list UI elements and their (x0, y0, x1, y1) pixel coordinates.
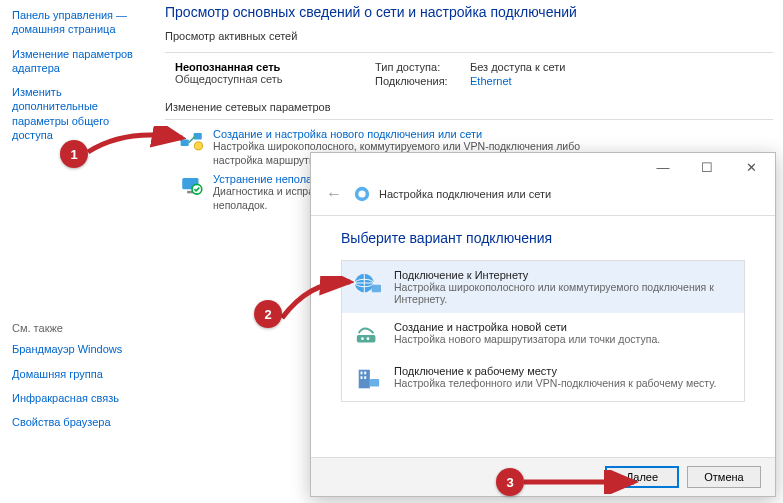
network-type: Общедоступная сеть (175, 73, 375, 85)
option-title: Подключение к рабочему месту (394, 365, 716, 377)
option-internet[interactable]: Подключение к Интернету Настройка широко… (342, 261, 744, 313)
option-list: Подключение к Интернету Настройка широко… (341, 260, 745, 402)
next-button[interactable]: Далее (605, 466, 679, 488)
seealso-browser[interactable]: Свойства браузера (12, 415, 147, 429)
see-also-header: См. также (12, 322, 147, 334)
access-label: Тип доступа: (375, 61, 470, 73)
close-button[interactable]: ✕ (729, 156, 773, 178)
connections-label: Подключения: (375, 75, 470, 87)
option-desc: Настройка нового маршрутизатора или точк… (394, 333, 660, 345)
callout-badge-1: 1 (60, 140, 88, 168)
callout-badge-3: 3 (496, 468, 524, 496)
svg-rect-16 (364, 372, 366, 375)
wizard-icon (353, 185, 371, 203)
access-value: Без доступа к сети (470, 61, 565, 73)
svg-rect-0 (181, 139, 189, 146)
svg-point-13 (367, 337, 370, 340)
svg-rect-10 (372, 285, 381, 292)
option-desc: Настройка широкополосного или коммутируе… (394, 281, 734, 305)
option-desc: Настройка телефонного или VPN-подключени… (394, 377, 716, 389)
page-title: Просмотр основных сведений о сети и наст… (165, 4, 773, 20)
dialog-heading: Выберите вариант подключения (341, 230, 745, 246)
svg-rect-11 (357, 335, 376, 342)
task-desc: Диагностика и испра неполадок. (213, 185, 319, 212)
connections-value[interactable]: Ethernet (470, 75, 512, 87)
callout-badge-2: 2 (254, 300, 282, 328)
building-icon (352, 365, 384, 393)
connection-wizard-dialog: — ☐ ✕ ← Настройка подключения или сети В… (310, 152, 776, 497)
arrow-left-icon: ← (326, 185, 342, 203)
wizard-title: Настройка подключения или сети (379, 188, 551, 200)
sidebar: Панель управления — домашняя страница Из… (0, 0, 155, 503)
svg-point-12 (361, 337, 364, 340)
network-block: Неопознанная сеть Общедоступная сеть Тип… (175, 61, 773, 87)
option-title: Создание и настройка новой сети (394, 321, 660, 333)
network-setup-icon (179, 128, 205, 154)
option-title: Подключение к Интернету (394, 269, 734, 281)
sidebar-link-sharing[interactable]: Изменить дополнительные параметры общего… (12, 85, 147, 142)
task-title: Создание и настройка нового подключения … (213, 128, 613, 140)
option-new-network[interactable]: Создание и настройка новой сети Настройк… (342, 313, 744, 357)
titlebar: — ☐ ✕ (311, 153, 775, 181)
seealso-firewall[interactable]: Брандмауэр Windows (12, 342, 147, 356)
seealso-infrared[interactable]: Инфракрасная связь (12, 391, 147, 405)
active-networks-header: Просмотр активных сетей (165, 30, 773, 42)
dialog-footer: Далее Отмена (311, 457, 775, 496)
svg-rect-19 (370, 379, 379, 386)
svg-rect-15 (361, 372, 363, 375)
change-settings-header: Изменение сетевых параметров (165, 101, 773, 113)
option-workplace[interactable]: Подключение к рабочему месту Настройка т… (342, 357, 744, 401)
sidebar-link-home[interactable]: Панель управления — домашняя страница (12, 8, 147, 37)
network-name: Неопознанная сеть (175, 61, 375, 73)
svg-rect-18 (364, 376, 366, 379)
svg-point-7 (358, 190, 365, 197)
svg-point-2 (194, 142, 202, 150)
divider (165, 52, 773, 53)
seealso-homegroup[interactable]: Домашняя группа (12, 367, 147, 381)
minimize-button[interactable]: — (641, 156, 685, 178)
cancel-button[interactable]: Отмена (687, 466, 761, 488)
router-icon (352, 321, 384, 349)
wizard-nav: ← Настройка подключения или сети (311, 181, 775, 216)
back-button[interactable]: ← (323, 183, 345, 205)
troubleshoot-icon (179, 173, 205, 199)
svg-rect-14 (359, 370, 370, 389)
task-title: Устранение неполад (213, 173, 319, 185)
globe-icon (352, 269, 384, 297)
sidebar-link-adapter[interactable]: Изменение параметров адаптера (12, 47, 147, 76)
svg-rect-17 (361, 376, 363, 379)
divider (165, 119, 773, 120)
maximize-button[interactable]: ☐ (685, 156, 729, 178)
